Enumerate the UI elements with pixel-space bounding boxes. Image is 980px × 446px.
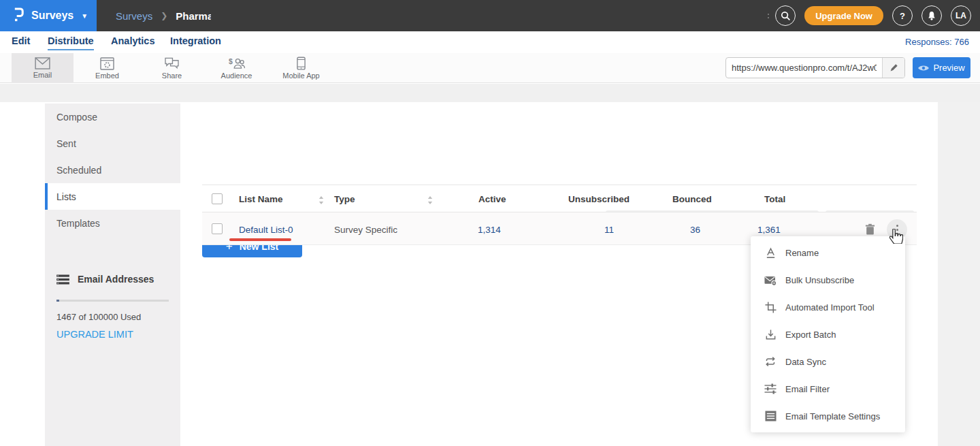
channel-audience[interactable]: $ Audience	[206, 53, 267, 83]
email-template-settings-icon	[764, 410, 777, 422]
pencil-icon	[889, 63, 898, 72]
sidebar-item-label: Compose	[56, 112, 97, 123]
channel-embed[interactable]: Embed	[76, 53, 138, 83]
col-header-active: Active	[478, 194, 506, 204]
menu-item-label: Data Sync	[785, 357, 826, 367]
tab-integration[interactable]: Integration	[170, 35, 221, 49]
usage-text: 1467 of 100000 Used	[56, 312, 180, 322]
email-icon	[35, 57, 50, 69]
channel-label: Email	[33, 71, 52, 79]
tab-analytics[interactable]: Analytics	[111, 35, 154, 49]
channel-label: Audience	[221, 71, 252, 80]
share-icon	[164, 57, 180, 70]
bell-icon	[927, 11, 936, 21]
menu-item-email-template-settings[interactable]: Email Template Settings	[751, 402, 905, 430]
eye-icon	[918, 65, 929, 71]
channel-mobile-app[interactable]: Mobile App	[270, 53, 332, 83]
email-filter-icon	[764, 383, 777, 395]
col-header-type[interactable]: Type	[334, 194, 355, 204]
mobile-phone-icon	[297, 57, 306, 70]
sidebar-item-label: Scheduled	[56, 165, 101, 176]
table-top-border	[202, 185, 917, 185]
questionpro-app: Surveys ▼ Surveys ❯ Pharma Upgrade Now ?	[0, 0, 980, 446]
email-sidebar: Compose Sent Scheduled Lists Templates	[45, 103, 180, 446]
channel-share[interactable]: Share	[141, 53, 203, 83]
menu-item-rename[interactable]: Rename	[751, 239, 905, 266]
menu-item-label: Automated Import Tool	[785, 302, 875, 313]
edit-url-button[interactable]	[882, 58, 904, 78]
bounced-count-link[interactable]: 36	[690, 225, 700, 235]
list-icon	[56, 274, 69, 285]
page-gutter	[938, 102, 980, 446]
delete-list-button[interactable]	[864, 223, 876, 236]
svg-text:$: $	[229, 57, 233, 65]
responses-count[interactable]: Responses: 766	[905, 37, 969, 47]
breadcrumb-survey-name: Pharma	[176, 10, 211, 22]
embed-icon	[100, 57, 114, 70]
email-addresses-title: Email Addresses	[78, 274, 154, 285]
list-actions-menu: Rename Bulk Unsubscribe Automated Impo	[751, 236, 905, 432]
list-type-cell: Survey Specific	[334, 225, 397, 235]
topbar-actions: Upgrade Now ? LA	[768, 0, 980, 31]
survey-url-input[interactable]	[726, 58, 882, 78]
breadcrumb: Surveys ❯ Pharma	[116, 0, 211, 31]
sidebar-item-sent[interactable]: Sent	[45, 130, 180, 157]
col-header-list-name[interactable]: List Name	[239, 194, 283, 204]
sidebar-item-label: Templates	[56, 218, 100, 229]
sidebar-item-scheduled[interactable]: Scheduled	[45, 157, 180, 183]
tab-edit[interactable]: Edit	[12, 35, 30, 49]
audience-icon: $	[228, 57, 246, 70]
breadcrumb-surveys-link[interactable]: Surveys	[116, 10, 152, 22]
channel-label: Mobile App	[282, 71, 319, 80]
preview-label: Preview	[933, 63, 964, 73]
menu-item-label: Export Batch	[785, 330, 836, 340]
col-header-total: Total	[764, 194, 785, 204]
total-count-link[interactable]: 1,361	[757, 225, 781, 235]
product-switcher[interactable]: Surveys ▼	[0, 0, 97, 31]
col-header-bounced: Bounced	[672, 194, 712, 204]
search-button[interactable]	[775, 5, 796, 26]
menu-item-label: Email Filter	[785, 384, 830, 394]
export-batch-icon	[764, 328, 777, 340]
menu-item-data-sync[interactable]: Data Sync	[751, 348, 905, 375]
avatar[interactable]: LA	[951, 5, 971, 26]
help-button[interactable]: ?	[892, 5, 913, 26]
menu-item-label: Rename	[785, 248, 819, 258]
sidebar-item-templates[interactable]: Templates	[45, 210, 180, 236]
channel-label: Share	[162, 71, 182, 80]
sidebar-item-label: Lists	[56, 191, 76, 202]
sidebar-item-lists[interactable]: Lists	[45, 183, 180, 210]
unsubscribed-count-link[interactable]: 11	[604, 225, 614, 235]
channel-label: Embed	[95, 71, 119, 80]
chevron-down-icon: ▼	[81, 12, 88, 20]
menu-item-export-batch[interactable]: Export Batch	[751, 321, 905, 348]
notifications-button[interactable]	[921, 5, 942, 26]
product-name: Surveys	[31, 10, 74, 22]
menu-item-bulk-unsubscribe[interactable]: Bulk Unsubscribe	[751, 266, 905, 293]
sort-list-name-icon[interactable]	[318, 195, 324, 207]
sidebar-item-compose[interactable]: Compose	[45, 103, 180, 130]
preview-button[interactable]: Preview	[913, 57, 970, 78]
col-header-unsubscribed: Unsubscribed	[568, 194, 630, 204]
upgrade-now-button[interactable]: Upgrade Now	[804, 6, 883, 25]
trash-icon	[865, 223, 875, 235]
data-sync-icon	[764, 355, 777, 368]
sort-type-icon[interactable]	[427, 195, 433, 207]
hidden-menu-dots-icon	[768, 14, 770, 18]
survey-url-group	[725, 57, 905, 78]
row-checkbox[interactable]	[212, 223, 223, 234]
select-all-checkbox[interactable]	[212, 193, 223, 204]
menu-item-email-filter[interactable]: Email Filter	[751, 375, 905, 402]
menu-item-label: Email Template Settings	[785, 411, 880, 421]
list-name-link[interactable]: Default List-0	[239, 225, 293, 235]
automated-import-icon	[764, 301, 777, 313]
toolbar-shadow-band	[0, 84, 980, 102]
channel-email[interactable]: Email	[12, 53, 74, 83]
search-icon	[781, 11, 791, 21]
distribute-toolbar: Email Embed Share $ A	[0, 53, 980, 83]
upgrade-limit-link[interactable]: UPGRADE LIMIT	[56, 329, 133, 340]
menu-item-label: Bulk Unsubscribe	[785, 275, 854, 285]
menu-item-automated-import-tool[interactable]: Automated Import Tool	[751, 293, 905, 321]
tab-distribute[interactable]: Distribute	[48, 35, 94, 50]
active-count-link[interactable]: 1,314	[478, 225, 501, 235]
